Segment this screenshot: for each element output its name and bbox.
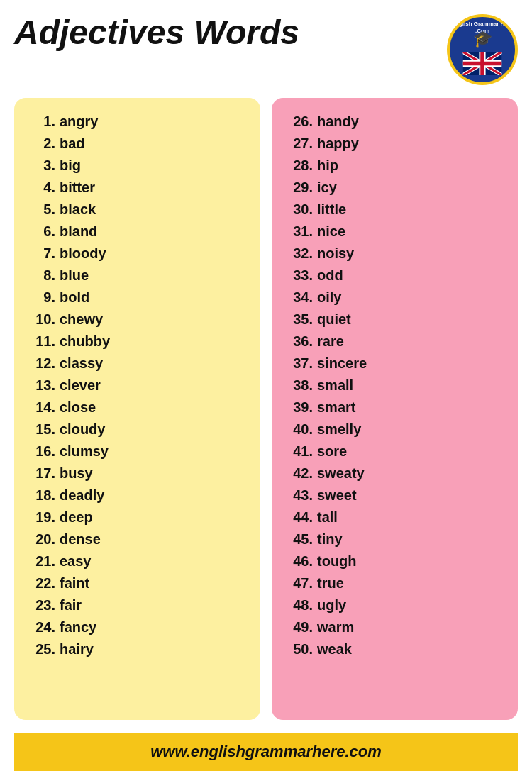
list-item: 27.happy xyxy=(283,133,506,155)
list-item: 16.clumsy xyxy=(26,440,249,462)
list-item: 13.clever xyxy=(26,375,249,396)
item-number: 23. xyxy=(26,594,55,616)
item-number: 19. xyxy=(26,506,55,528)
list-item: 12.classy xyxy=(26,353,249,375)
list-item: 50.weak xyxy=(283,638,506,660)
list-item: 44.tall xyxy=(283,506,506,528)
list-item: 42.sweaty xyxy=(283,462,506,484)
item-number: 17. xyxy=(26,462,55,484)
left-list-box: 1.angry2.bad3.big4.bitter5.black6.bland7… xyxy=(14,98,260,720)
item-number: 27. xyxy=(283,133,313,155)
list-item: 32.noisy xyxy=(283,243,506,265)
item-number: 12. xyxy=(26,353,55,375)
list-item: 40.smelly xyxy=(283,418,506,440)
item-word: close xyxy=(60,396,249,418)
item-number: 48. xyxy=(283,594,313,616)
item-number: 45. xyxy=(283,528,313,550)
item-word: clever xyxy=(60,375,249,396)
item-word: faint xyxy=(60,572,249,594)
item-number: 37. xyxy=(283,353,313,375)
item-number: 34. xyxy=(283,287,313,309)
list-item: 48.ugly xyxy=(283,594,506,616)
item-word: sore xyxy=(317,440,506,462)
list-item: 5.black xyxy=(26,199,249,221)
item-word: tiny xyxy=(317,528,506,550)
item-number: 24. xyxy=(26,616,55,638)
list-item: 11.chubby xyxy=(26,331,249,353)
list-item: 39.smart xyxy=(283,396,506,418)
item-number: 41. xyxy=(283,440,313,462)
item-word: big xyxy=(60,155,249,177)
list-item: 26.handy xyxy=(283,111,506,133)
item-word: bitter xyxy=(60,177,249,199)
item-word: hairy xyxy=(60,638,249,660)
item-word: smart xyxy=(317,396,506,418)
logo-figure-icon: 🎓 xyxy=(473,30,492,48)
item-number: 26. xyxy=(283,111,313,133)
item-word: nice xyxy=(317,221,506,243)
list-item: 45.tiny xyxy=(283,528,506,550)
logo: English Grammar Here.Com 🎓 xyxy=(447,14,518,85)
item-number: 25. xyxy=(26,638,55,660)
item-word: odd xyxy=(317,265,506,287)
item-word: weak xyxy=(317,638,506,660)
item-word: small xyxy=(317,375,506,396)
list-item: 25.hairy xyxy=(26,638,249,660)
item-number: 22. xyxy=(26,572,55,594)
list-item: 49.warm xyxy=(283,616,506,638)
item-number: 3. xyxy=(26,155,55,177)
list-item: 34.oily xyxy=(283,287,506,309)
item-word: bad xyxy=(60,133,249,155)
list-item: 47.true xyxy=(283,572,506,594)
item-word: classy xyxy=(60,353,249,375)
item-number: 50. xyxy=(283,638,313,660)
list-item: 8.blue xyxy=(26,265,249,287)
item-number: 35. xyxy=(283,309,313,331)
item-word: little xyxy=(317,199,506,221)
item-word: sweaty xyxy=(317,462,506,484)
list-item: 20.dense xyxy=(26,528,249,550)
item-word: chubby xyxy=(60,331,249,353)
item-number: 46. xyxy=(283,550,313,572)
item-word: easy xyxy=(60,550,249,572)
item-number: 47. xyxy=(283,572,313,594)
item-number: 14. xyxy=(26,396,55,418)
list-item: 10.chewy xyxy=(26,309,249,331)
item-word: quiet xyxy=(317,309,506,331)
list-item: 43.sweet xyxy=(283,484,506,506)
item-word: tall xyxy=(317,506,506,528)
item-number: 36. xyxy=(283,331,313,353)
list-item: 41.sore xyxy=(283,440,506,462)
page-title: Adjectives Words xyxy=(14,14,299,52)
item-number: 7. xyxy=(26,243,55,265)
item-word: noisy xyxy=(317,243,506,265)
list-item: 3.big xyxy=(26,155,249,177)
list-item: 29.icy xyxy=(283,177,506,199)
list-item: 6.bland xyxy=(26,221,249,243)
footer: www.englishgrammarhere.com xyxy=(14,733,518,771)
item-word: angry xyxy=(60,111,249,133)
item-word: happy xyxy=(317,133,506,155)
item-word: deep xyxy=(60,506,249,528)
list-item: 15.cloudy xyxy=(26,418,249,440)
page-header: Adjectives Words English Grammar Here.Co… xyxy=(14,14,518,85)
item-number: 13. xyxy=(26,375,55,396)
item-number: 6. xyxy=(26,221,55,243)
list-item: 22.faint xyxy=(26,572,249,594)
item-word: bloody xyxy=(60,243,249,265)
item-word: chewy xyxy=(60,309,249,331)
item-number: 16. xyxy=(26,440,55,462)
list-item: 38.small xyxy=(283,375,506,396)
item-number: 30. xyxy=(283,199,313,221)
item-number: 43. xyxy=(283,484,313,506)
item-number: 1. xyxy=(26,111,55,133)
item-word: fair xyxy=(60,594,249,616)
item-number: 9. xyxy=(26,287,55,309)
item-word: smelly xyxy=(317,418,506,440)
item-number: 42. xyxy=(283,462,313,484)
item-number: 21. xyxy=(26,550,55,572)
item-number: 20. xyxy=(26,528,55,550)
list-item: 14.close xyxy=(26,396,249,418)
list-item: 36.rare xyxy=(283,331,506,353)
item-number: 5. xyxy=(26,199,55,221)
